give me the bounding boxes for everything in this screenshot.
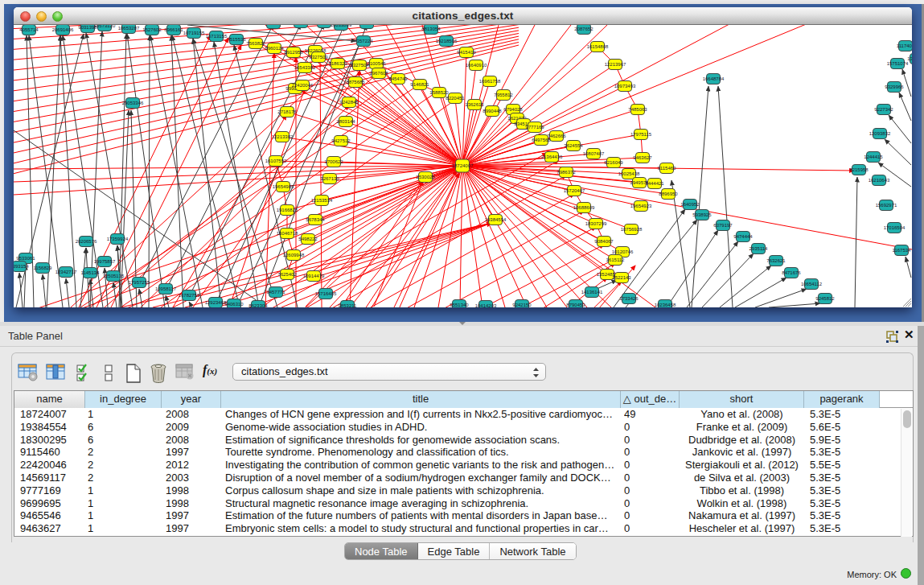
svg-text:7625402: 7625402 (277, 272, 297, 277)
svg-text:4055714: 4055714 (19, 27, 39, 32)
svg-text:9115460: 9115460 (658, 166, 677, 171)
svg-text:12505135: 12505135 (103, 274, 125, 278)
svg-text:8813054: 8813054 (357, 25, 376, 26)
svg-text:10033809: 10033809 (331, 25, 352, 27)
svg-text:7986372: 7986372 (556, 170, 576, 175)
svg-text:9551340: 9551340 (450, 303, 469, 307)
svg-text:16210643: 16210643 (869, 178, 890, 183)
svg-text:19975857: 19975857 (94, 259, 116, 264)
svg-text:10688609: 10688609 (573, 205, 595, 210)
svg-text:16543382: 16543382 (294, 65, 316, 70)
svg-text:2718176: 2718176 (277, 109, 297, 114)
svg-text:10653287: 10653287 (118, 26, 140, 31)
svg-text:1640952: 1640952 (680, 202, 700, 207)
svg-text:12213382: 12213382 (272, 134, 294, 139)
svg-text:6497568: 6497568 (532, 138, 551, 142)
svg-text:10719155: 10719155 (183, 31, 205, 35)
svg-text:9146821: 9146821 (410, 82, 429, 87)
svg-text:1156829: 1156829 (34, 266, 53, 270)
svg-text:16640910: 16640910 (466, 63, 487, 68)
svg-text:8813054: 8813054 (421, 27, 441, 31)
svg-text:16961758: 16961758 (479, 79, 501, 84)
svg-text:18307299: 18307299 (585, 221, 607, 226)
svg-text:2967608: 2967608 (369, 71, 388, 76)
svg-text:2087652: 2087652 (574, 27, 593, 31)
svg-text:2522143: 2522143 (612, 275, 631, 280)
svg-text:1167534: 1167534 (893, 248, 912, 253)
svg-text:9853211: 9853211 (339, 303, 358, 307)
svg-text:18724007: 18724007 (452, 163, 474, 168)
svg-text:9474444: 9474444 (733, 234, 753, 239)
svg-text:9327509: 9327509 (309, 55, 328, 60)
svg-text:9463627: 9463627 (633, 155, 652, 160)
svg-text:9457771: 9457771 (266, 290, 285, 295)
svg-text:9084067: 9084067 (594, 239, 614, 244)
svg-text:9242150: 9242150 (512, 303, 532, 307)
svg-text:10573120: 10573120 (94, 25, 116, 28)
svg-text:14136141: 14136141 (581, 290, 603, 295)
svg-text:17359924: 17359924 (107, 237, 129, 241)
svg-text:1145134: 1145134 (81, 270, 101, 275)
svg-text:16782759: 16782759 (179, 293, 200, 298)
svg-text:6794028: 6794028 (503, 107, 523, 112)
svg-text:1362615: 1362615 (465, 102, 484, 107)
svg-text:7632621: 7632621 (766, 258, 786, 263)
svg-text:8790453: 8790453 (566, 303, 585, 307)
svg-text:10654112: 10654112 (801, 282, 823, 286)
svg-text:8454749: 8454749 (388, 76, 408, 81)
svg-text:16648784: 16648784 (703, 76, 725, 81)
svg-text:19166825: 19166825 (277, 208, 298, 212)
svg-text:19384554: 19384554 (485, 217, 507, 222)
svg-text:8990448: 8990448 (483, 109, 502, 113)
svg-text:16154808: 16154808 (587, 44, 609, 49)
svg-text:9329966: 9329966 (885, 84, 904, 89)
svg-text:12093832: 12093832 (869, 131, 891, 136)
svg-text:9777169: 9777169 (525, 125, 544, 130)
svg-text:7485063: 7485063 (628, 107, 647, 112)
svg-text:9242845: 9242845 (339, 100, 359, 105)
svg-text:8875685: 8875685 (346, 80, 365, 84)
svg-text:17016504: 17016504 (884, 225, 906, 230)
svg-text:8896950: 8896950 (659, 192, 678, 196)
svg-text:1588520: 1588520 (429, 90, 449, 95)
svg-text:12342717: 12342717 (55, 270, 77, 274)
svg-text:19218506: 19218506 (436, 39, 458, 43)
svg-text:9415419: 9415419 (457, 50, 476, 55)
svg-text:9406310: 9406310 (224, 302, 244, 307)
svg-text:10756928: 10756928 (621, 227, 643, 232)
svg-text:8960124: 8960124 (265, 46, 284, 51)
svg-text:8471676: 8471676 (782, 270, 801, 275)
svg-text:15716485: 15716485 (315, 291, 337, 296)
svg-text:29053346: 29053346 (122, 101, 144, 105)
svg-text:10236458: 10236458 (655, 303, 676, 307)
svg-text:16713155: 16713155 (206, 34, 228, 39)
svg-text:5498222: 5498222 (298, 237, 318, 241)
svg-text:8220451: 8220451 (446, 96, 465, 101)
svg-text:1615112: 1615112 (606, 257, 626, 262)
svg-text:10914479: 10914479 (303, 274, 325, 278)
svg-text:10120746: 10120746 (612, 249, 634, 254)
svg-text:1244415: 1244415 (864, 154, 883, 159)
svg-text:2803144: 2803144 (336, 119, 355, 124)
svg-text:2935114: 2935114 (749, 246, 769, 251)
svg-text:19654985: 19654985 (273, 184, 294, 189)
svg-text:9427512: 9427512 (331, 138, 351, 143)
svg-text:7955812: 7955812 (494, 93, 513, 97)
svg-text:15692971: 15692971 (876, 203, 897, 208)
svg-text:7515536: 7515536 (227, 37, 246, 42)
svg-text:3624554: 3624554 (564, 143, 583, 148)
svg-text:8215958: 8215958 (849, 167, 869, 172)
svg-text:8623304: 8623304 (248, 303, 268, 307)
svg-text:8912958: 8912958 (284, 50, 303, 55)
svg-text:12923468: 12923468 (205, 300, 227, 305)
svg-text:9227342: 9227342 (874, 107, 893, 112)
svg-text:17957255: 17957255 (129, 280, 150, 285)
svg-text:20691406: 20691406 (52, 27, 74, 32)
svg-text:6216049: 6216049 (604, 160, 623, 165)
svg-text:22420046: 22420046 (292, 83, 314, 88)
svg-text:7563822: 7563822 (246, 41, 265, 46)
svg-text:2100546: 2100546 (367, 61, 386, 66)
svg-text:3267130: 3267130 (320, 176, 339, 181)
svg-text:10807487: 10807487 (583, 151, 605, 156)
svg-text:5938925: 5938925 (692, 212, 712, 217)
